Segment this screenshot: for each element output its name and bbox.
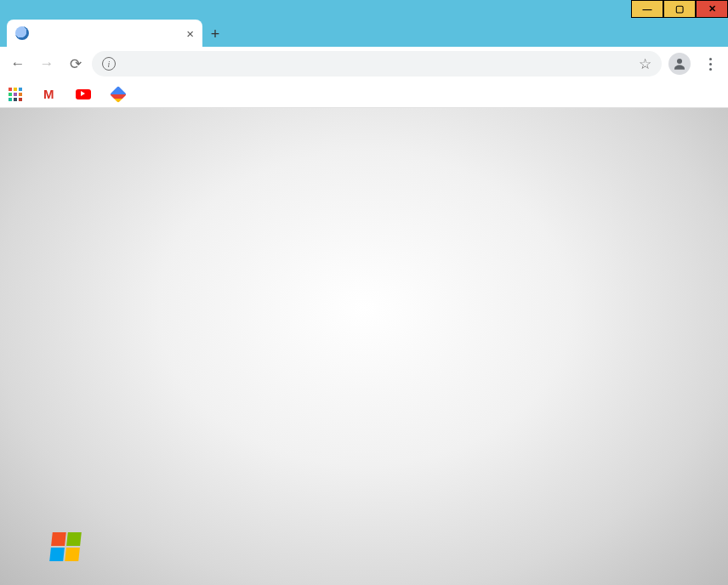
maps-icon xyxy=(110,86,127,103)
close-tab-button[interactable]: × xyxy=(186,26,194,41)
browser-tab[interactable]: × xyxy=(7,20,202,47)
page-content xyxy=(0,108,728,585)
windows-server-branding xyxy=(51,532,90,561)
profile-button[interactable] xyxy=(668,53,691,75)
apps-grid-icon xyxy=(9,88,22,101)
tab-strip: × + xyxy=(0,18,728,47)
bookmark-star-icon[interactable]: ☆ xyxy=(639,55,651,73)
site-info-icon[interactable]: i xyxy=(102,57,116,71)
kebab-menu-button[interactable] xyxy=(697,51,723,77)
bookmarks-bar: M xyxy=(0,81,728,108)
page-footer xyxy=(0,532,728,561)
bookmark-maps[interactable] xyxy=(112,88,130,100)
close-window-button[interactable]: ✕ xyxy=(696,0,728,18)
reload-button[interactable]: ⟳ xyxy=(63,51,88,77)
gmail-icon: M xyxy=(43,87,54,101)
bookmark-apps[interactable] xyxy=(9,88,28,101)
maximize-button[interactable]: ▢ xyxy=(663,0,696,18)
minimize-button[interactable]: — xyxy=(631,0,663,18)
svg-point-0 xyxy=(677,59,682,64)
youtube-icon xyxy=(76,89,91,99)
new-tab-button[interactable]: + xyxy=(202,21,228,47)
back-button[interactable]: ← xyxy=(5,51,31,77)
globe-icon xyxy=(15,26,29,40)
bookmark-youtube[interactable] xyxy=(76,89,97,99)
address-bar[interactable]: i ☆ xyxy=(92,51,662,77)
windows-logo-icon xyxy=(49,532,82,561)
bookmark-gmail[interactable]: M xyxy=(43,87,60,101)
forward-button[interactable]: → xyxy=(34,51,60,77)
number-8-graphic xyxy=(408,168,570,414)
window-titlebar: — ▢ ✕ xyxy=(0,0,728,18)
browser-toolbar: ← → ⟳ i ☆ xyxy=(0,47,728,81)
